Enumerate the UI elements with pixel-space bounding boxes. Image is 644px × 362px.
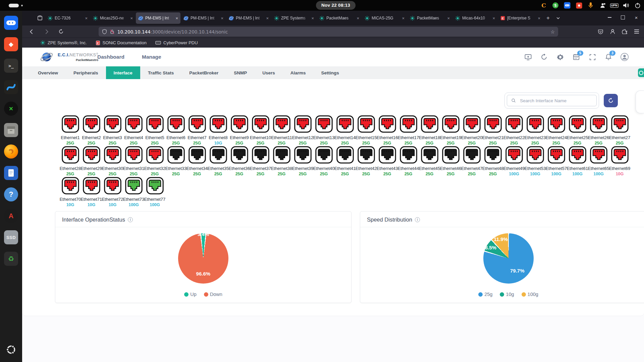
calendar-icon[interactable]: 5 <box>572 53 580 61</box>
hosts-tray-icon[interactable] <box>599 2 606 9</box>
port-ethernet30[interactable]: Ethernet3025G <box>102 146 123 176</box>
browser-tab[interactable]: EC-7326× <box>45 12 90 24</box>
dock-item-ssd[interactable]: SSD <box>3 230 19 245</box>
browser-tab[interactable]: E[Enterprise S× <box>498 12 543 24</box>
port-ethernet43[interactable]: Ethernet4325G <box>377 146 398 176</box>
port-ethernet4[interactable]: Ethernet425G <box>123 115 144 145</box>
bookmark-star-icon[interactable]: ☆ <box>550 29 555 35</box>
port-ethernet35[interactable]: Ethernet3525G <box>208 146 229 176</box>
dock-item-writer[interactable] <box>3 165 19 181</box>
port-ethernet39[interactable]: Ethernet3925G <box>292 146 313 176</box>
tab-close-icon[interactable]: × <box>492 16 495 20</box>
port-ethernet69[interactable]: Ethernet6910G <box>609 146 630 176</box>
legend-item-100g[interactable]: 100g <box>522 292 538 297</box>
avatar-icon[interactable] <box>621 53 629 61</box>
browser-tab[interactable]: Micas25G-ne× <box>91 12 135 24</box>
port-ethernet21[interactable]: Ethernet2125G <box>482 115 503 145</box>
dock-item-blue-wave[interactable] <box>3 79 19 95</box>
port-ethernet44[interactable]: Ethernet4425G <box>398 146 419 176</box>
power-tray-icon[interactable] <box>634 2 641 9</box>
port-ethernet61[interactable]: Ethernet61100G <box>567 146 588 176</box>
fullscreen-icon[interactable] <box>588 53 596 61</box>
tab-close-icon[interactable]: × <box>357 16 359 20</box>
port-ethernet8[interactable]: Ethernet810G <box>208 115 229 145</box>
url-text[interactable]: 10.200.10.144:3000/device/10.200.10.144/… <box>117 29 228 35</box>
browser-tab[interactable]: ZPE Systems× <box>272 12 316 24</box>
nav-manage[interactable]: Manage <box>142 54 161 60</box>
tab-close-icon[interactable]: × <box>538 16 540 20</box>
screen-share-icon[interactable] <box>524 53 532 61</box>
refresh-icon[interactable] <box>540 53 548 61</box>
port-ethernet19[interactable]: Ethernet1925G <box>440 115 461 145</box>
browser-tab[interactable]: Micas-64x10× <box>453 12 497 24</box>
port-ethernet17[interactable]: Ethernet1725G <box>398 115 419 145</box>
port-ethernet73[interactable]: Ethernet73100G <box>123 177 144 207</box>
port-ethernet32[interactable]: Ethernet3225G <box>144 146 165 176</box>
port-ethernet71[interactable]: Ethernet7110G <box>81 177 102 207</box>
shield-icon[interactable] <box>102 29 107 34</box>
system-clock[interactable]: Nov 22 08:13 <box>316 1 356 10</box>
dock-item-ubuntu[interactable] <box>3 342 19 357</box>
bell-icon[interactable]: 3 <box>604 53 612 61</box>
port-ethernet72[interactable]: Ethernet7210G <box>102 177 123 207</box>
port-ethernet48[interactable]: Ethernet4825G <box>482 146 503 176</box>
port-ethernet36[interactable]: Ethernet3625G <box>229 146 250 176</box>
tab-overview[interactable]: Overview <box>30 66 66 79</box>
tab-close-icon[interactable]: × <box>130 16 133 20</box>
dock-item-recycle[interactable]: ♻ <box>3 251 19 266</box>
port-ethernet22[interactable]: Ethernet2225G <box>503 115 525 145</box>
teamviewer-tray-tray-icon[interactable] <box>564 2 571 9</box>
keyboard-layout-badge[interactable]: UPN <box>610 3 619 8</box>
port-ethernet24[interactable]: Ethernet2425G <box>546 115 567 145</box>
port-ethernet20[interactable]: Ethernet2025G <box>461 115 482 145</box>
gear-icon[interactable] <box>556 53 564 61</box>
tab-close-icon[interactable]: × <box>447 16 450 20</box>
legend-item-up[interactable]: Up <box>184 292 197 297</box>
port-ethernet34[interactable]: Ethernet3425G <box>186 146 208 176</box>
dock-item-firefox[interactable] <box>3 144 19 159</box>
browser-tab[interactable]: PM-EMS | Int× <box>136 12 180 24</box>
port-ethernet15[interactable]: Ethernet1525G <box>356 115 377 145</box>
new-tab-button[interactable]: + <box>543 13 553 23</box>
extensions-puzzle-icon[interactable] <box>620 27 629 36</box>
port-ethernet27[interactable]: Ethernet2725G <box>609 115 630 145</box>
dock-item-a-letter[interactable]: A <box>3 208 19 224</box>
port-ethernet3[interactable]: Ethernet325G <box>102 115 123 145</box>
menu-hamburger-icon[interactable] <box>632 27 641 36</box>
edge-panel-handle[interactable] <box>636 90 644 113</box>
port-ethernet53[interactable]: Ethernet53100G <box>525 146 546 176</box>
port-ethernet25[interactable]: Ethernet2525G <box>567 115 588 145</box>
port-ethernet18[interactable]: Ethernet1825G <box>419 115 440 145</box>
port-ethernet46[interactable]: Ethernet4625G <box>440 146 461 176</box>
kbd-tray-icon[interactable]: UPN <box>610 2 618 9</box>
search-field[interactable] <box>507 95 597 106</box>
dock-item-help[interactable]: ? <box>3 187 19 202</box>
insecure-lock-icon[interactable] <box>110 29 115 34</box>
port-ethernet29[interactable]: Ethernet2925G <box>81 146 102 176</box>
port-ethernet70[interactable]: Ethernet7010G <box>60 177 81 207</box>
port-ethernet57[interactable]: Ethernet57100G <box>546 146 567 176</box>
volume-tray-icon[interactable] <box>622 2 630 9</box>
port-ethernet7[interactable]: Ethernet725G <box>186 115 208 145</box>
tab-close-icon[interactable]: × <box>266 16 269 20</box>
port-ethernet16[interactable]: Ethernet1625G <box>377 115 398 145</box>
port-ethernet45[interactable]: Ethernet4525G <box>419 146 440 176</box>
edge-widget-button[interactable] <box>638 68 644 77</box>
legend-item-down[interactable]: Down <box>204 292 222 297</box>
browser-tab[interactable]: PacketMaes× <box>408 12 452 24</box>
search-input[interactable] <box>519 98 592 104</box>
tab-peripherals[interactable]: Peripherals <box>66 66 106 79</box>
dock-item-terminal[interactable]: >_ <box>3 58 19 73</box>
tab-close-icon[interactable]: × <box>221 16 223 20</box>
port-ethernet28[interactable]: Ethernet2825G <box>60 146 81 176</box>
tab-packetbroker[interactable]: PacketBroker <box>181 66 226 79</box>
reload-icon[interactable] <box>56 27 66 36</box>
port-ethernet33[interactable]: Ethernet3325G <box>165 146 186 176</box>
browser-tab[interactable]: MICAS-25G× <box>362 12 407 24</box>
port-ethernet11[interactable]: Ethernet1125G <box>271 115 292 145</box>
port-ethernet37[interactable]: Ethernet3725G <box>250 146 271 176</box>
port-ethernet2[interactable]: Ethernet225G <box>81 115 102 145</box>
minimize-button[interactable] <box>605 13 614 22</box>
nav-dashboard[interactable]: Dashboard <box>97 54 124 60</box>
port-ethernet13[interactable]: Ethernet1325G <box>313 115 334 145</box>
